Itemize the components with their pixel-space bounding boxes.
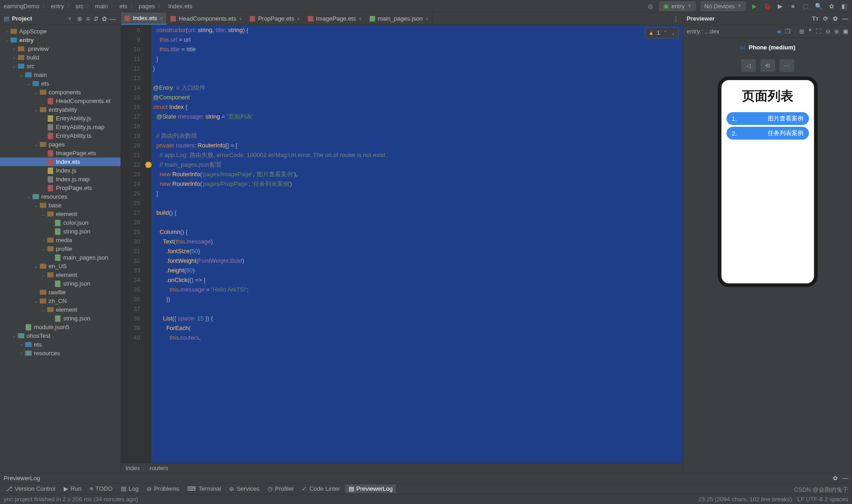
- tool-button-plog[interactable]: ▤PreviewerLog: [345, 484, 397, 493]
- preview-settings-icon[interactable]: ✿: [833, 15, 838, 22]
- log-settings-icon[interactable]: ✿: [833, 475, 838, 482]
- editor-tab[interactable]: ImagePage.ets×: [304, 12, 366, 25]
- inspect-icon[interactable]: ◈: [777, 28, 781, 35]
- tree-node[interactable]: string.json: [0, 227, 120, 236]
- more-options-button[interactable]: ⋯: [780, 59, 794, 72]
- tree-node[interactable]: ⌄src: [0, 62, 120, 70]
- run-config-select[interactable]: ▣ entry ▼: [659, 1, 696, 11]
- zoom-out-icon[interactable]: ⊖: [825, 28, 830, 35]
- text-scale-icon[interactable]: Tт: [812, 15, 819, 22]
- tool-button-svc[interactable]: ⊚Services: [225, 484, 263, 493]
- more-icon[interactable]: ▣: [843, 28, 848, 35]
- structure-icon[interactable]: ⬚: [802, 2, 810, 10]
- tree-node[interactable]: string.json: [0, 314, 120, 323]
- tree-node[interactable]: ›resources: [0, 349, 120, 358]
- ide-menu-icon[interactable]: ◧: [840, 2, 848, 10]
- breadcrumb-segment[interactable]: pages: [139, 3, 155, 10]
- tree-node[interactable]: ›AppScope: [0, 27, 120, 36]
- breadcrumb-segment[interactable]: entry: [51, 3, 64, 10]
- options-icon[interactable]: ✿: [100, 15, 109, 22]
- editor-tabs[interactable]: Index.ets×HeadComponents.ets×PropPage.et…: [121, 12, 683, 25]
- tree-node[interactable]: ⌄components: [0, 88, 120, 97]
- device-select[interactable]: No Devices ▼: [700, 1, 746, 11]
- debug-button[interactable]: 🐞: [763, 2, 771, 10]
- tree-node[interactable]: ImagePage.ets: [0, 149, 120, 157]
- preview-list-item[interactable]: 2.任务列表案例: [726, 127, 809, 140]
- tree-node[interactable]: main_pages.json: [0, 253, 120, 262]
- tool-button-log[interactable]: ▤Log: [117, 484, 142, 493]
- coverage-button[interactable]: ▶: [776, 2, 784, 10]
- tool-button-term[interactable]: ⌨Terminal: [184, 484, 224, 493]
- tool-button-lint[interactable]: ✓Code Linter: [298, 484, 344, 493]
- tree-node[interactable]: ⌄resources: [0, 192, 120, 201]
- tab-overflow-icon[interactable]: ⋮: [669, 12, 683, 25]
- search-icon[interactable]: 🔍: [814, 2, 823, 10]
- editor-tab[interactable]: PropPage.ets×: [246, 12, 304, 25]
- tree-node[interactable]: PropPage.ets: [0, 184, 120, 192]
- preview-hide-icon[interactable]: —: [842, 15, 848, 22]
- log-hide-icon[interactable]: —: [842, 475, 848, 482]
- expand-icon[interactable]: ≡: [84, 15, 92, 22]
- layers-icon[interactable]: ❒: [785, 28, 791, 35]
- tree-node[interactable]: ⌄element: [0, 271, 120, 279]
- tree-node[interactable]: EntryAbility.ts: [0, 131, 120, 140]
- inspection-badge[interactable]: ▲ 1 ⌃⌄: [645, 27, 679, 38]
- tree-node[interactable]: ›.preview: [0, 44, 120, 53]
- tree-node[interactable]: ⌄element: [0, 305, 120, 314]
- nav-back-button[interactable]: ◁: [741, 59, 756, 72]
- tree-node[interactable]: color.json: [0, 218, 120, 227]
- breadcrumb-segment[interactable]: main: [95, 3, 108, 10]
- close-tab-icon[interactable]: ×: [426, 16, 428, 22]
- zoom-in-icon[interactable]: ⊕: [834, 28, 839, 35]
- code-editor[interactable]: 8910111213141516171819202122232425262728…: [121, 25, 683, 463]
- breadcrumb-segment[interactable]: src: [76, 3, 83, 10]
- tree-node[interactable]: ⌄entryability: [0, 105, 120, 114]
- tree-node[interactable]: Index.js: [0, 166, 120, 175]
- editor-tab[interactable]: Index.ets×: [121, 12, 167, 25]
- preview-page-title[interactable]: 页面列表: [742, 87, 793, 105]
- tree-node[interactable]: ›build: [0, 53, 120, 62]
- tree-node[interactable]: ⌄ets: [0, 79, 120, 88]
- editor-breadcrumb[interactable]: Index 〉 routers: [121, 463, 683, 473]
- collapse-icon[interactable]: ⇵: [92, 15, 100, 22]
- tree-node[interactable]: module.json5: [0, 323, 120, 331]
- tool-button-prof[interactable]: ◷Profiler: [264, 484, 297, 493]
- refresh-icon[interactable]: ⟳: [823, 15, 828, 22]
- tool-button-vcs[interactable]: ⎇Version Control: [2, 484, 59, 493]
- tree-node[interactable]: ›ets: [0, 340, 120, 349]
- tree-node[interactable]: ⌄element: [0, 210, 120, 218]
- project-tree[interactable]: ›AppScope⌄entry›.preview›build⌄src⌄main⌄…: [0, 25, 120, 473]
- locate-icon[interactable]: ⊕: [76, 15, 84, 22]
- tree-node[interactable]: ⌄ohosTest: [0, 331, 120, 340]
- fit-icon[interactable]: ⛶: [816, 28, 822, 35]
- grid-icon[interactable]: ⊞: [799, 28, 804, 35]
- run-button[interactable]: ▶: [750, 2, 759, 10]
- tree-node[interactable]: ⌄en_US: [0, 262, 120, 271]
- project-title[interactable]: Project: [12, 15, 68, 22]
- settings-button[interactable]: ✿: [827, 2, 836, 10]
- tree-node[interactable]: EntryAbility.js: [0, 114, 120, 123]
- breadcrumb-segment[interactable]: earningDemo: [4, 3, 39, 10]
- preview-list-item[interactable]: 1.图片查看案例: [726, 112, 809, 125]
- stop-button[interactable]: ■: [789, 2, 797, 10]
- close-tab-icon[interactable]: ×: [239, 16, 242, 22]
- editor-tab[interactable]: HeadComponents.ets×: [167, 12, 246, 25]
- hide-icon[interactable]: —: [109, 15, 117, 22]
- tree-node[interactable]: ›media: [0, 236, 120, 244]
- tree-node[interactable]: ⌄base: [0, 201, 120, 210]
- tree-node[interactable]: HeadComponents.et: [0, 97, 120, 105]
- close-tab-icon[interactable]: ×: [160, 16, 163, 21]
- tree-node[interactable]: Index.js.map: [0, 175, 120, 184]
- tree-node[interactable]: ⌄entry: [0, 36, 120, 44]
- tree-node[interactable]: rawfile: [0, 288, 120, 297]
- close-tab-icon[interactable]: ×: [359, 16, 361, 22]
- close-tab-icon[interactable]: ×: [297, 16, 300, 22]
- tree-node[interactable]: Index.ets: [0, 157, 120, 166]
- rotate-button[interactable]: ⟲: [760, 59, 775, 72]
- previewer-log-bar[interactable]: PreviewerLog ✿ —: [0, 473, 852, 483]
- tree-node[interactable]: string.json: [0, 279, 120, 288]
- tool-window-bar[interactable]: ⎇Version Control▶Run≡TODO▤Log⊘Problems⌨T…: [0, 483, 852, 494]
- editor-tab[interactable]: main_pages.json×: [366, 12, 433, 25]
- breadcrumb-segment[interactable]: Index.ets: [168, 3, 192, 10]
- tree-node[interactable]: EntryAbility.js.map: [0, 123, 120, 131]
